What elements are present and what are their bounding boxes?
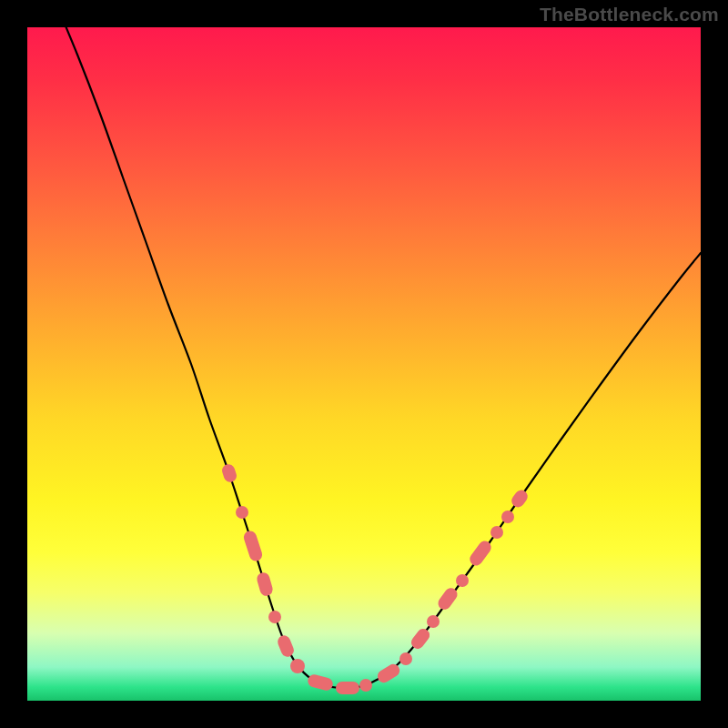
data-segment [220, 462, 238, 483]
data-point [427, 615, 440, 628]
chart-container: TheBottleneck.com [0, 0, 728, 728]
data-segment [336, 682, 359, 694]
data-segment [242, 530, 264, 563]
data-point [501, 511, 514, 523]
data-segment [307, 673, 335, 693]
data-point [490, 526, 503, 539]
bottleneck-curve [55, 27, 701, 688]
curve-layer [27, 27, 701, 701]
data-segment [256, 571, 275, 598]
curve-markers [220, 462, 530, 694]
data-point [290, 659, 305, 673]
data-point [456, 574, 469, 587]
data-segment [509, 488, 530, 510]
data-point [399, 652, 412, 665]
watermark-text: TheBottleneck.com [540, 4, 719, 25]
data-segment [276, 633, 296, 658]
data-point [236, 506, 248, 519]
data-point [268, 611, 281, 623]
data-point [359, 679, 372, 692]
plot-area [27, 27, 701, 701]
